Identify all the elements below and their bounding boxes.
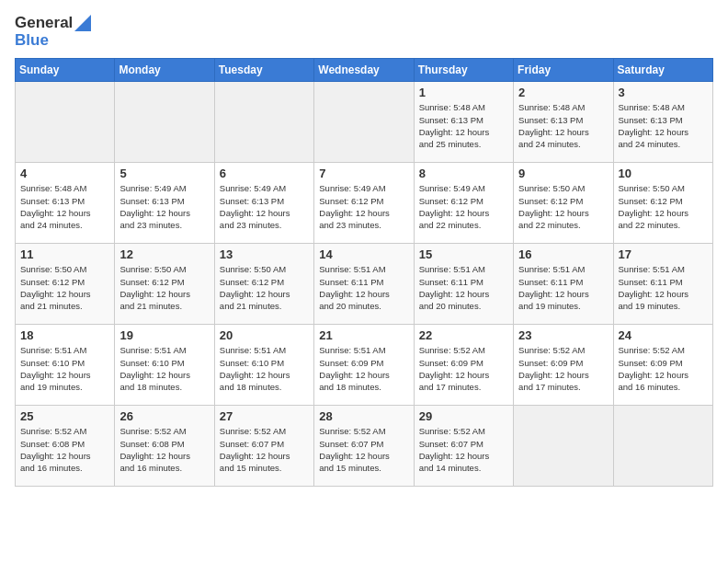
day-info: Sunrise: 5:51 AMSunset: 6:09 PMDaylight:… [319, 344, 408, 393]
calendar-cell: 19Sunrise: 5:51 AMSunset: 6:10 PMDayligh… [115, 325, 214, 406]
calendar-cell: 27Sunrise: 5:52 AMSunset: 6:07 PMDayligh… [214, 406, 313, 487]
day-number: 2 [518, 86, 608, 99]
calendar-week-row: 18Sunrise: 5:51 AMSunset: 6:10 PMDayligh… [16, 325, 713, 406]
day-info: Sunrise: 5:48 AMSunset: 6:13 PMDaylight:… [20, 182, 109, 231]
calendar-cell [314, 82, 414, 163]
day-of-week-header: Tuesday [214, 59, 313, 82]
day-info: Sunrise: 5:52 AMSunset: 6:07 PMDaylight:… [220, 425, 309, 474]
day-info: Sunrise: 5:48 AMSunset: 6:13 PMDaylight:… [419, 101, 508, 150]
calendar-cell: 1Sunrise: 5:48 AMSunset: 6:13 PMDaylight… [414, 82, 513, 163]
day-of-week-header: Thursday [414, 59, 513, 82]
day-number: 25 [20, 409, 109, 423]
calendar-cell: 5Sunrise: 5:49 AMSunset: 6:13 PMDaylight… [115, 163, 214, 244]
calendar-cell: 26Sunrise: 5:52 AMSunset: 6:08 PMDayligh… [115, 406, 214, 487]
day-info: Sunrise: 5:52 AMSunset: 6:09 PMDaylight:… [419, 344, 508, 393]
day-of-week-header: Sunday [16, 59, 115, 82]
day-number: 24 [619, 328, 708, 342]
day-number: 9 [518, 167, 608, 180]
day-number: 23 [518, 328, 608, 342]
calendar-week-row: 25Sunrise: 5:52 AMSunset: 6:08 PMDayligh… [16, 406, 713, 487]
day-number: 18 [20, 328, 109, 342]
day-number: 17 [619, 247, 708, 261]
calendar-cell: 8Sunrise: 5:49 AMSunset: 6:12 PMDaylight… [414, 163, 513, 244]
day-of-week-header: Saturday [613, 59, 712, 82]
day-info: Sunrise: 5:50 AMSunset: 6:12 PMDaylight:… [518, 182, 608, 231]
day-number: 22 [419, 328, 508, 342]
day-number: 10 [619, 167, 708, 180]
day-of-week-header: Friday [514, 59, 613, 82]
day-number: 11 [20, 247, 109, 261]
svg-marker-0 [74, 15, 91, 31]
day-number: 7 [319, 167, 408, 180]
day-number: 6 [220, 167, 309, 180]
calendar-cell: 29Sunrise: 5:52 AMSunset: 6:07 PMDayligh… [414, 406, 513, 487]
calendar-cell: 17Sunrise: 5:51 AMSunset: 6:11 PMDayligh… [613, 244, 712, 325]
calendar-cell: 4Sunrise: 5:48 AMSunset: 6:13 PMDaylight… [16, 163, 115, 244]
day-info: Sunrise: 5:52 AMSunset: 6:09 PMDaylight:… [518, 344, 608, 393]
day-number: 1 [419, 86, 508, 99]
calendar-cell: 9Sunrise: 5:50 AMSunset: 6:12 PMDaylight… [514, 163, 613, 244]
logo: General Blue [15, 15, 91, 49]
day-number: 16 [518, 247, 608, 261]
day-info: Sunrise: 5:48 AMSunset: 6:13 PMDaylight:… [619, 101, 708, 150]
day-info: Sunrise: 5:52 AMSunset: 6:07 PMDaylight:… [419, 425, 508, 474]
calendar-cell: 12Sunrise: 5:50 AMSunset: 6:12 PMDayligh… [115, 244, 214, 325]
day-info: Sunrise: 5:49 AMSunset: 6:12 PMDaylight:… [319, 182, 408, 231]
day-number: 15 [419, 247, 508, 261]
calendar-cell: 13Sunrise: 5:50 AMSunset: 6:12 PMDayligh… [214, 244, 313, 325]
calendar-header-row: SundayMondayTuesdayWednesdayThursdayFrid… [16, 59, 713, 82]
day-number: 28 [319, 409, 408, 423]
day-info: Sunrise: 5:52 AMSunset: 6:08 PMDaylight:… [20, 425, 109, 474]
day-info: Sunrise: 5:50 AMSunset: 6:12 PMDaylight:… [119, 263, 209, 312]
day-info: Sunrise: 5:51 AMSunset: 6:11 PMDaylight:… [619, 263, 708, 312]
calendar-cell: 11Sunrise: 5:50 AMSunset: 6:12 PMDayligh… [16, 244, 115, 325]
calendar-cell: 18Sunrise: 5:51 AMSunset: 6:10 PMDayligh… [16, 325, 115, 406]
day-info: Sunrise: 5:52 AMSunset: 6:07 PMDaylight:… [319, 425, 408, 474]
day-number: 12 [119, 247, 209, 261]
calendar-cell: 21Sunrise: 5:51 AMSunset: 6:09 PMDayligh… [314, 325, 414, 406]
calendar-week-row: 4Sunrise: 5:48 AMSunset: 6:13 PMDaylight… [16, 163, 713, 244]
calendar-cell: 2Sunrise: 5:48 AMSunset: 6:13 PMDaylight… [514, 82, 613, 163]
calendar-cell: 22Sunrise: 5:52 AMSunset: 6:09 PMDayligh… [414, 325, 513, 406]
calendar-cell: 6Sunrise: 5:49 AMSunset: 6:13 PMDaylight… [214, 163, 313, 244]
calendar-cell [16, 82, 115, 163]
day-info: Sunrise: 5:49 AMSunset: 6:13 PMDaylight:… [119, 182, 209, 231]
logo-triangle-icon [74, 15, 91, 31]
day-info: Sunrise: 5:52 AMSunset: 6:09 PMDaylight:… [619, 344, 708, 393]
calendar-cell [613, 406, 712, 487]
day-info: Sunrise: 5:48 AMSunset: 6:13 PMDaylight:… [518, 101, 608, 150]
day-info: Sunrise: 5:51 AMSunset: 6:10 PMDaylight:… [220, 344, 309, 393]
calendar-cell [214, 82, 313, 163]
day-info: Sunrise: 5:51 AMSunset: 6:11 PMDaylight:… [419, 263, 508, 312]
day-number: 20 [220, 328, 309, 342]
calendar-cell: 16Sunrise: 5:51 AMSunset: 6:11 PMDayligh… [514, 244, 613, 325]
logo-blue: Blue [15, 32, 49, 50]
day-info: Sunrise: 5:49 AMSunset: 6:12 PMDaylight:… [419, 182, 508, 231]
day-info: Sunrise: 5:50 AMSunset: 6:12 PMDaylight:… [20, 263, 109, 312]
calendar-cell: 25Sunrise: 5:52 AMSunset: 6:08 PMDayligh… [16, 406, 115, 487]
calendar-cell: 24Sunrise: 5:52 AMSunset: 6:09 PMDayligh… [613, 325, 712, 406]
calendar-cell [514, 406, 613, 487]
calendar-cell: 10Sunrise: 5:50 AMSunset: 6:12 PMDayligh… [613, 163, 712, 244]
day-number: 8 [419, 167, 508, 180]
day-number: 5 [119, 167, 209, 180]
day-number: 3 [619, 86, 708, 99]
calendar-cell: 15Sunrise: 5:51 AMSunset: 6:11 PMDayligh… [414, 244, 513, 325]
calendar-table: SundayMondayTuesdayWednesdayThursdayFrid… [15, 58, 713, 487]
day-info: Sunrise: 5:49 AMSunset: 6:13 PMDaylight:… [220, 182, 309, 231]
page-header: General Blue [15, 15, 713, 49]
day-number: 26 [119, 409, 209, 423]
day-info: Sunrise: 5:51 AMSunset: 6:11 PMDaylight:… [518, 263, 608, 312]
calendar-cell: 3Sunrise: 5:48 AMSunset: 6:13 PMDaylight… [613, 82, 712, 163]
calendar-cell: 20Sunrise: 5:51 AMSunset: 6:10 PMDayligh… [214, 325, 313, 406]
day-info: Sunrise: 5:51 AMSunset: 6:10 PMDaylight:… [20, 344, 109, 393]
day-number: 29 [419, 409, 508, 423]
logo-general: General [15, 15, 73, 32]
day-number: 14 [319, 247, 408, 261]
day-number: 21 [319, 328, 408, 342]
day-info: Sunrise: 5:50 AMSunset: 6:12 PMDaylight:… [220, 263, 309, 312]
day-info: Sunrise: 5:50 AMSunset: 6:12 PMDaylight:… [619, 182, 708, 231]
day-number: 27 [220, 409, 309, 423]
calendar-cell: 23Sunrise: 5:52 AMSunset: 6:09 PMDayligh… [514, 325, 613, 406]
day-info: Sunrise: 5:51 AMSunset: 6:10 PMDaylight:… [119, 344, 209, 393]
